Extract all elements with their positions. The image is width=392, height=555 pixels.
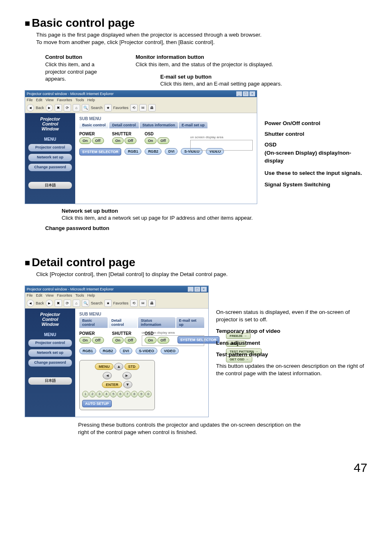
sidebar-change-password[interactable]: Change password: [28, 164, 72, 171]
detail-screenshot: Projector control window - Microsoft Int…: [25, 286, 209, 417]
browser-titlebar: Projector control window - Microsoft Int…: [25, 91, 257, 97]
number-pad[interactable]: 1234567890: [82, 391, 152, 397]
ann-osd-desc: (On-screen Display) display/non-display: [265, 149, 367, 164]
back-icon[interactable]: ◄: [27, 104, 34, 111]
stop-icon[interactable]: ✖: [55, 104, 62, 111]
detail-control-section: ■Detail control page Click [Projector co…: [25, 256, 367, 437]
arrow-down-icon[interactable]: ▼: [123, 381, 132, 388]
sidebar-projector-control[interactable]: Projector control: [28, 144, 72, 151]
change-password-caption: Change password button: [45, 225, 367, 231]
browser-toolbar[interactable]: ◄ Back ► ✖ ⟳ ⌂ 🔍 Search ★ Favorites ⟲ ✉ …: [25, 103, 257, 113]
favorites-icon: ★: [104, 300, 112, 307]
system-selector[interactable]: SYSTEM SELECTOR: [79, 148, 121, 156]
tab-status-information[interactable]: Status information: [140, 122, 178, 128]
ann-signal-switch: Signal System Switching: [265, 181, 367, 188]
arrow-left-icon[interactable]: ◄: [103, 372, 112, 379]
input-rgb2[interactable]: RGB2: [145, 148, 161, 155]
main-pane: SUB MENU Basic control Detail control St…: [75, 113, 257, 204]
osd-off[interactable]: Off: [157, 137, 169, 144]
sidebar-network-setup[interactable]: Network set up: [28, 349, 72, 357]
tab-status-information[interactable]: Status information: [138, 317, 175, 328]
power-off[interactable]: Off: [92, 137, 104, 144]
input-svideo[interactable]: S-VIDEO: [136, 348, 157, 354]
basic-annotations: Power On/Off control Shutter control OSD…: [265, 90, 367, 193]
input-rgb1[interactable]: RGB1: [125, 148, 141, 155]
minimize-icon: _: [236, 91, 242, 96]
tab-email-setup[interactable]: E-mail set up: [179, 122, 208, 128]
tab-email-setup[interactable]: E-mail set up: [176, 317, 204, 328]
window-controls[interactable]: _□×: [235, 91, 255, 96]
home-icon: ⌂: [73, 300, 80, 307]
auto-setup-button[interactable]: AUTO SETUP: [82, 400, 112, 407]
remote-pad: MENU ▲ STD ◄ ► ENTER: [79, 360, 155, 410]
power-on[interactable]: On: [79, 137, 91, 144]
sidebar: Projector Control Window MENU Projector …: [25, 113, 75, 204]
enter-button[interactable]: ENTER: [102, 381, 122, 388]
osd-display-area: on screen display area: [190, 135, 253, 151]
arrow-up-icon[interactable]: ▲: [114, 363, 123, 370]
menu-button[interactable]: MENU: [95, 363, 113, 370]
history-icon[interactable]: ⟲: [130, 104, 138, 111]
input-video[interactable]: VIDEO: [161, 348, 179, 354]
shutter-off[interactable]: Off: [125, 137, 136, 144]
control-button-caption-title: Control button: [45, 53, 123, 61]
forward-icon: ►: [46, 300, 53, 307]
detail-intro: Click [Projector control], then [Detail …: [36, 271, 367, 278]
close-icon: ×: [201, 287, 207, 292]
tab-basic-control[interactable]: Basic control: [79, 122, 108, 128]
maximize-icon: □: [243, 91, 249, 96]
ann-shutter: Shutter control: [265, 130, 367, 138]
tab-basic-control[interactable]: Basic control: [79, 317, 108, 328]
home-icon[interactable]: ⌂: [73, 104, 80, 111]
network-setup-caption: Network set up button Click this item, a…: [62, 207, 367, 222]
arrow-right-icon[interactable]: ►: [122, 372, 131, 379]
basic-screenshot: Projector control window - Microsoft Int…: [25, 90, 257, 204]
tab-detail-control[interactable]: Detail control: [109, 122, 139, 128]
detail-annotations: On-screen status is displayed, even if t…: [216, 286, 367, 382]
sidebar-japanese[interactable]: 日本語: [28, 182, 72, 189]
tab-detail-control[interactable]: Detail control: [108, 317, 137, 328]
history-icon: ⟲: [130, 300, 138, 307]
shutter-on[interactable]: On: [112, 337, 124, 344]
detail-heading: ■Detail control page: [25, 256, 367, 269]
favorites-icon[interactable]: ★: [104, 104, 112, 111]
ann-input-select: Use these to select the input signals.: [265, 170, 367, 177]
input-dvi[interactable]: DVI: [120, 348, 132, 354]
ann-test-pattern: Test pattern display: [216, 351, 367, 358]
std-button[interactable]: STD: [125, 363, 139, 370]
refresh-icon[interactable]: ⟳: [64, 104, 71, 111]
power-off[interactable]: Off: [92, 337, 104, 344]
input-rgb1[interactable]: RGB1: [79, 348, 96, 354]
detail-below-text: Pressing these buttons controls the proj…: [78, 421, 308, 436]
ann-osd-status: On-screen status is displayed, even if t…: [216, 309, 367, 323]
basic-control-section: ■Basic control page This page is the fir…: [25, 16, 367, 231]
maximize-icon: □: [194, 287, 200, 292]
minimize-icon: _: [188, 287, 194, 292]
monitor-info-caption-title: Monitor information button: [136, 53, 367, 61]
ann-power: Power On/Off control: [265, 120, 367, 127]
power-on[interactable]: On: [79, 337, 91, 344]
mail-icon[interactable]: ✉: [139, 104, 147, 111]
email-setup-caption-title: E-mail set up button: [160, 73, 367, 81]
ann-get-osd: This button updates the on-screen descri…: [216, 362, 367, 377]
ann-temp-stop: Temporary stop of video: [216, 327, 367, 335]
sidebar-projector-control[interactable]: Projector control: [28, 339, 72, 347]
browser-menubar[interactable]: FileEditViewFavoritesToolsHelp: [25, 97, 257, 103]
refresh-icon: ⟳: [64, 300, 71, 307]
page-number: 47: [25, 461, 367, 475]
input-dvi[interactable]: DVI: [165, 148, 178, 155]
sidebar-change-password[interactable]: Change password: [28, 359, 72, 367]
print-icon[interactable]: 🖶: [148, 104, 156, 111]
ann-lens: Lens adjustment: [216, 339, 367, 347]
osd-on[interactable]: On: [145, 137, 157, 144]
search-icon: 🔍: [82, 300, 89, 307]
basic-heading: ■Basic control page: [25, 16, 367, 30]
shutter-on[interactable]: On: [112, 137, 124, 144]
forward-icon[interactable]: ►: [46, 104, 53, 111]
sidebar-network-setup[interactable]: Network set up: [28, 154, 72, 161]
shutter-off[interactable]: Off: [125, 337, 136, 344]
sidebar-japanese[interactable]: 日本語: [28, 377, 72, 385]
stop-icon: ✖: [55, 300, 62, 307]
search-icon[interactable]: 🔍: [82, 104, 89, 111]
input-rgb2[interactable]: RGB2: [99, 348, 116, 354]
